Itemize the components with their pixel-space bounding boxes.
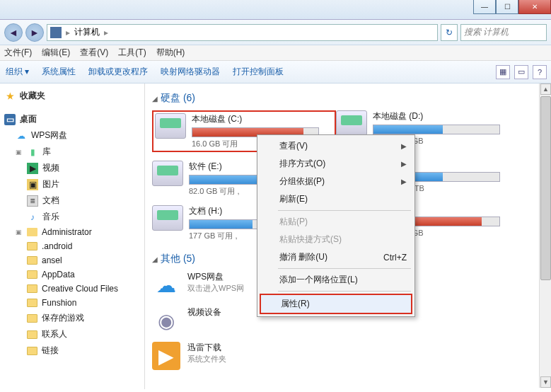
- other-xunlei[interactable]: ▶ 迅雷下载系统文件夹: [152, 342, 336, 370]
- drive-icon: [336, 110, 367, 136]
- nav-row: ◄ ► ▸ 计算机 ▸ ↻ 搜索 计算机: [0, 20, 551, 45]
- menu-edit[interactable]: 编辑(E): [42, 47, 70, 59]
- folder-contacts[interactable]: 联系人: [3, 326, 141, 342]
- ctx-add-network-location[interactable]: 添加一个网络位置(L): [260, 271, 412, 289]
- address-bar[interactable]: ▸ 计算机 ▸: [47, 24, 438, 41]
- maximize-button[interactable]: ☐: [496, 0, 518, 14]
- map-network-drive-button[interactable]: 映射网络驱动器: [161, 66, 220, 78]
- expander-icon[interactable]: ▣: [16, 229, 23, 236]
- scroll-up-button[interactable]: ▲: [540, 83, 551, 95]
- submenu-arrow-icon: ▶: [401, 142, 407, 150]
- drive-label: 本地磁盘 (D:): [373, 110, 520, 122]
- ctx-refresh[interactable]: 刷新(E): [260, 190, 412, 208]
- menu-tools[interactable]: 工具(T): [118, 47, 146, 59]
- folder-icon: [27, 347, 37, 355]
- collapse-icon[interactable]: ◢: [152, 255, 158, 263]
- favorites-node[interactable]: ★收藏夹: [3, 88, 141, 104]
- music-icon: ♪: [27, 212, 38, 223]
- command-bar: 组织 ▾ 系统属性 卸载或更改程序 映射网络驱动器 打开控制面板 ▦ ▭ ?: [0, 61, 551, 83]
- folder-icon: [27, 330, 37, 339]
- folder-saved-games[interactable]: 保存的游戏: [3, 310, 141, 326]
- submenu-arrow-icon: ▶: [401, 178, 407, 185]
- breadcrumb-sep-icon: ▸: [104, 28, 108, 38]
- organize-button[interactable]: 组织 ▾: [6, 66, 29, 78]
- cloud-icon: ☁: [152, 271, 180, 299]
- user-folder-node[interactable]: ▣Administrator: [3, 225, 141, 239]
- search-placeholder: 搜索 计算机: [464, 26, 509, 38]
- cloud-icon: ☁: [16, 130, 27, 142]
- documents-library[interactable]: ≡文档: [3, 192, 141, 209]
- music-library[interactable]: ♪音乐: [3, 209, 141, 225]
- help-button[interactable]: ?: [533, 65, 547, 79]
- capacity-bar: [373, 125, 500, 134]
- scroll-down-button[interactable]: ▼: [540, 376, 551, 388]
- close-button[interactable]: ✕: [518, 0, 551, 14]
- pictures-library[interactable]: ▣图片: [3, 176, 141, 192]
- user-icon: [27, 228, 37, 236]
- item-subtext: 系统文件夹: [187, 354, 226, 364]
- group-hard-drives[interactable]: ◢硬盘 (6): [152, 92, 544, 105]
- item-subtext: 双击进入WPS网: [187, 283, 244, 294]
- ctx-group[interactable]: 分组依据(P)▶: [260, 173, 412, 190]
- computer-icon: [50, 27, 62, 38]
- document-icon: ≡: [27, 195, 38, 207]
- menu-bar: 文件(F) 编辑(E) 查看(V) 工具(T) 帮助(H): [0, 45, 551, 61]
- back-button[interactable]: ◄: [4, 23, 23, 42]
- menu-help[interactable]: 帮助(H): [156, 47, 185, 59]
- ctx-properties[interactable]: 属性(R): [260, 294, 412, 314]
- wps-cloud-node[interactable]: ☁WPS网盘: [3, 127, 141, 144]
- xunlei-icon: ▶: [152, 342, 180, 370]
- navigation-pane: ★收藏夹 ▭桌面 ☁WPS网盘 ▣▮库 ▶视频 ▣图片 ≡文档 ♪音乐 ▣Adm…: [0, 83, 145, 389]
- breadcrumb-sep-icon: ▸: [66, 28, 70, 38]
- shortcut-hint: Ctrl+Z: [383, 253, 407, 263]
- menu-file[interactable]: 文件(F): [4, 47, 32, 59]
- folder-icon: [27, 270, 37, 279]
- vertical-scrollbar[interactable]: ▲ ▼: [539, 83, 551, 388]
- menu-view[interactable]: 查看(V): [80, 47, 108, 59]
- expander-icon[interactable]: ▣: [16, 149, 23, 156]
- libraries-node[interactable]: ▣▮库: [3, 144, 141, 160]
- folder-android[interactable]: .android: [3, 239, 141, 253]
- camera-icon: ◉: [152, 306, 180, 335]
- folder-ansel[interactable]: ansel: [3, 253, 141, 267]
- ctx-undo-delete[interactable]: 撤消 删除(U)Ctrl+Z: [260, 248, 412, 266]
- drive-icon: [155, 113, 186, 139]
- library-icon: ▮: [27, 146, 38, 158]
- collapse-icon[interactable]: ◢: [152, 95, 158, 103]
- item-label: 视频设备: [187, 306, 221, 318]
- ctx-sort[interactable]: 排序方式(O)▶: [260, 155, 412, 173]
- uninstall-programs-button[interactable]: 卸载或更改程序: [88, 66, 148, 78]
- preview-pane-button[interactable]: ▭: [514, 65, 528, 79]
- minimize-button[interactable]: —: [473, 0, 496, 14]
- scroll-thumb[interactable]: [540, 96, 551, 280]
- window-controls: — ☐ ✕: [473, 0, 551, 14]
- folder-icon: [27, 256, 37, 265]
- search-input[interactable]: 搜索 计算机: [460, 24, 547, 41]
- forward-button[interactable]: ►: [25, 23, 44, 42]
- drive-icon: [152, 161, 183, 186]
- refresh-button[interactable]: ↻: [441, 24, 458, 41]
- ctx-paste-shortcut: 粘贴快捷方式(S): [260, 231, 412, 248]
- desktop-node[interactable]: ▭桌面: [3, 111, 141, 127]
- folder-links[interactable]: 链接: [3, 342, 141, 359]
- videos-library[interactable]: ▶视频: [3, 160, 141, 176]
- view-mode-button[interactable]: ▦: [496, 65, 510, 79]
- window-titlebar: — ☐ ✕: [0, 0, 551, 20]
- separator: [278, 210, 411, 211]
- folder-funshion[interactable]: Funshion: [3, 296, 141, 310]
- star-icon: ★: [4, 91, 16, 102]
- open-control-panel-button[interactable]: 打开控制面板: [233, 66, 284, 78]
- folder-icon: [27, 242, 37, 250]
- ctx-paste: 粘贴(P): [260, 213, 412, 231]
- folder-icon: [27, 299, 37, 307]
- ctx-view[interactable]: 查看(V)▶: [260, 137, 412, 155]
- folder-creative-cloud[interactable]: Creative Cloud Files: [3, 282, 141, 296]
- folder-appdata[interactable]: AppData: [3, 267, 141, 282]
- drive-label: 本地磁盘 (C:): [192, 113, 333, 125]
- system-properties-button[interactable]: 系统属性: [42, 66, 76, 78]
- breadcrumb-computer[interactable]: 计算机: [74, 26, 100, 38]
- submenu-arrow-icon: ▶: [401, 160, 407, 168]
- separator: [278, 291, 411, 292]
- folder-icon: [27, 314, 37, 323]
- separator: [278, 268, 411, 269]
